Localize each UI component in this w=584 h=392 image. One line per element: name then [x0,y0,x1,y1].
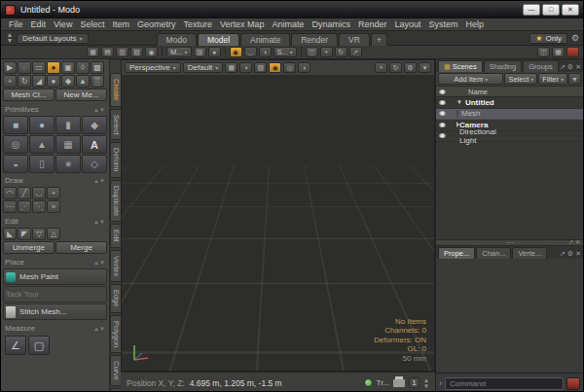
tab-vertex-map[interactable]: Verte... [512,247,547,259]
primitive-plane-icon[interactable]: ▦ [55,135,81,154]
primitive-cube-icon[interactable]: ■ [3,116,28,134]
merge-button[interactable]: Merge [55,241,107,254]
tab-groups[interactable]: Groups [523,60,559,72]
dimension-measure-icon[interactable]: ▢ [28,336,50,355]
shading-mode-icon[interactable]: ◑ [239,62,252,73]
auto-visibility-icon[interactable]: ◉ [269,62,281,73]
pen-tool-icon[interactable]: ╱ [18,187,31,199]
primitive-torus-icon[interactable]: ◎ [3,135,28,154]
tab-properties[interactable]: Prope... [438,247,475,259]
shade-icon[interactable]: ● [208,47,221,57]
edit-section-header[interactable]: Edit ▲▼ [3,214,107,228]
camera-view-dropdown[interactable]: Perspective ▾ [125,62,181,73]
rotate-tool-icon[interactable]: ↻ [18,75,31,88]
bevel-tool-icon[interactable]: ◆ [61,75,75,88]
tab-create[interactable]: Create [110,73,121,107]
angle-measure-icon[interactable]: ∠ [5,336,26,355]
edges-mode-icon[interactable]: ▤ [101,47,114,57]
paint-select-icon[interactable]: ● [47,61,60,74]
transform-icon[interactable]: + [320,47,333,57]
tree-row-mesh[interactable]: Mesh [436,109,583,121]
layout-tab-add[interactable]: + [371,33,387,46]
tab-channels[interactable]: Chan... [476,247,511,259]
symmetry-dropdown[interactable]: S... ▾ [274,47,297,57]
element-select-icon[interactable]: ▣ [61,61,75,74]
unmerge-button[interactable]: Unmerge [3,241,55,254]
only-toggle[interactable]: ★ Only [529,33,567,44]
menu-select[interactable]: Select [76,19,108,29]
page-counter[interactable]: 1 [409,377,420,388]
menu-edit[interactable]: Edit [27,19,51,29]
pan-view-icon[interactable]: + [375,62,387,73]
mesh-cleanup-button[interactable]: Mesh Cl... [3,89,55,101]
visibility-toggle[interactable] [436,133,448,138]
action-center-icon[interactable]: ◉ [230,47,242,57]
minimize-button[interactable]: — [523,4,540,16]
gear-icon[interactable]: ⚙ [571,33,579,43]
viewport-layout-icon[interactable]: ◫ [537,47,550,57]
status-green-indicator[interactable] [364,378,373,387]
panel-close-icon[interactable]: ✕ [575,63,581,71]
primitive-cylinder-icon[interactable]: ▮ [55,116,81,134]
menu-render[interactable]: Render [354,19,391,29]
tab-deform[interactable]: Deform [110,142,121,178]
menu-dynamics[interactable]: Dynamics [309,19,355,29]
layout-tab-render[interactable]: Render [291,33,338,46]
close-button[interactable]: ✕ [562,4,579,16]
tab-curve[interactable]: Curve [110,355,121,386]
primitive-more-icon[interactable]: ◇ [82,155,107,173]
splitter-popout-icon[interactable]: ↗ [568,239,573,245]
primitive-hemisphere-icon[interactable]: ◒ [3,155,28,173]
menu-layout[interactable]: Layout [391,19,425,29]
filter-dropdown[interactable]: Filter ▾ [538,73,567,85]
measure-section-header[interactable]: Measure ▲▼ [3,321,107,335]
panel-splitter[interactable]: ⋯ ↗ ✕ [436,239,583,246]
viewport-3d[interactable]: Perspective ▾ Default ▾ ▦ ◑ ▨ ◉ ◎ ◖ + [121,59,435,372]
scale-icon[interactable]: ↗ [349,47,362,57]
menu-item[interactable]: Item [108,19,133,29]
macro-record-button[interactable] [566,377,580,390]
knife-tool-icon[interactable]: ▽ [32,228,46,240]
select-arrow-icon[interactable]: ▶ [3,61,17,74]
disclosure-triangle-icon[interactable]: ▼ [456,99,462,105]
curve-tool-icon[interactable]: ◠ [3,187,17,199]
menu-texture[interactable]: Texture [179,19,216,29]
tab-vertex[interactable]: Vertex [110,250,121,282]
polyline-tool-icon[interactable]: ⋱ [32,200,46,213]
menu-vertex-map[interactable]: Vertex Map [216,19,269,29]
menu-help[interactable]: Help [462,19,489,29]
tab-duplicate[interactable]: Duplicate [110,180,121,222]
menu-file[interactable]: File [5,19,27,29]
filter-funnel-icon[interactable]: ▼ [568,73,581,85]
viewport-gear-icon[interactable]: ⚙ [404,62,417,73]
rotate-icon[interactable]: ↻ [335,47,347,57]
tab-polygon[interactable]: Polygon [110,315,121,353]
primitives-section-header[interactable]: Primitives ▲▼ [3,102,107,116]
tab-scenes[interactable]: ▦ Scenes [438,60,483,72]
wireframe-toggle-icon[interactable]: ▦ [225,62,237,73]
visibility-toggle[interactable] [436,123,448,127]
visibility-toggle[interactable] [436,111,448,116]
record-icon[interactable] [566,47,579,57]
grid-toggle-icon[interactable]: ▦ [552,47,565,57]
expand-select-icon[interactable]: ▩ [91,61,104,74]
lasso-select-icon[interactable]: ◌ [18,61,31,74]
layout-tab-modo[interactable]: Modo [157,33,197,46]
command-input[interactable]: Command [445,377,564,390]
bezier-tool-icon[interactable]: ⋯ [3,200,17,213]
menu-animate[interactable]: Animate [268,19,308,29]
draw-section-header[interactable]: Draw ▲▼ [3,173,107,187]
select-dropdown[interactable]: Select ▾ [504,73,537,85]
menu-view[interactable]: View [50,19,76,29]
tab-fusion[interactable]: Fusion [110,388,121,392]
tab-shading[interactable]: Shading [484,60,523,72]
new-mesh-button[interactable]: New Me... [55,89,107,101]
polygons-mode-icon[interactable]: ▥ [116,47,128,57]
texture-toggle-icon[interactable]: ▨ [254,62,267,73]
tree-row-directional-light[interactable]: Directional Light [436,131,583,143]
sketch-tool-icon[interactable]: + [47,187,60,199]
primitive-cone-icon[interactable]: ▲ [29,135,55,154]
rect-select-icon[interactable]: ▭ [32,61,46,74]
panel-popout-icon[interactable]: ↗ [560,250,566,258]
layout-switcher[interactable]: Default Layouts ▾ [17,33,89,44]
